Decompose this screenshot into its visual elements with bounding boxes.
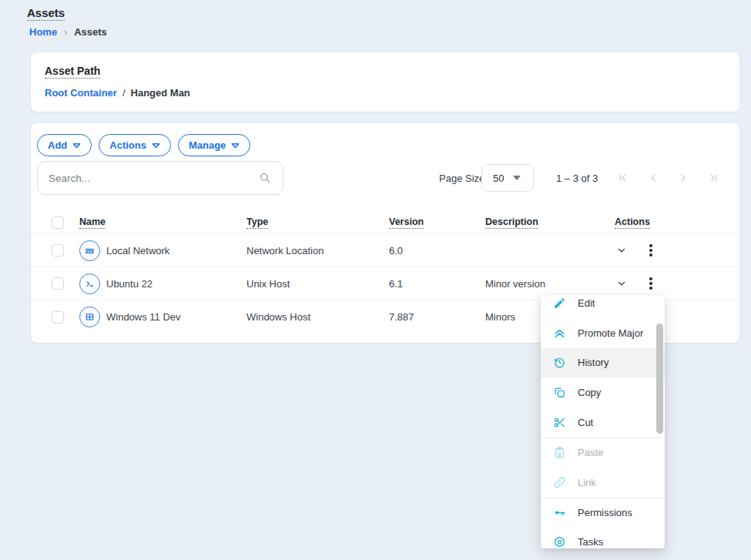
column-header-type[interactable]: Type — [246, 216, 268, 229]
row-checkbox[interactable] — [52, 277, 64, 290]
path-current-asset: Hanged Man — [131, 87, 190, 99]
breadcrumb-home-link[interactable]: Home — [29, 26, 57, 38]
windows-icon — [79, 307, 100, 327]
manage-button[interactable]: Manage — [178, 134, 250, 156]
add-button-label: Add — [48, 139, 67, 151]
asset-name: Ubuntu 22 — [106, 278, 153, 290]
page-size-value: 50 — [493, 173, 504, 184]
caret-down-icon — [513, 176, 521, 180]
asset-type: Unix Host — [246, 278, 389, 290]
root-container-link[interactable]: Root Container — [45, 87, 117, 99]
previous-page-button[interactable] — [643, 168, 663, 188]
clipboard-icon — [553, 446, 566, 459]
pencil-icon — [553, 297, 566, 310]
network-icon — [79, 240, 100, 261]
select-all-checkbox[interactable] — [52, 216, 64, 229]
page-size-select[interactable]: 50 — [481, 164, 534, 192]
breadcrumb-current: Assets — [74, 26, 107, 38]
row-checkbox[interactable] — [52, 311, 64, 324]
asset-name: Windows 11 Dev — [106, 311, 181, 323]
table-header-row: Name Type Version Description Actions — [31, 211, 739, 234]
menu-item-promote-major[interactable]: Promote Major — [541, 318, 665, 348]
asset-description: Minor version — [485, 278, 615, 290]
search-box — [37, 161, 283, 195]
row-checkbox[interactable] — [52, 244, 64, 257]
scissors-icon — [553, 416, 566, 429]
menu-item-copy[interactable]: Copy — [541, 377, 665, 407]
row-actions-kebab-icon[interactable] — [648, 243, 654, 258]
menu-item-permissions[interactable]: Permissions — [541, 498, 665, 528]
page-title: Assets — [27, 6, 65, 21]
chevron-down-icon — [72, 143, 81, 149]
first-page-button[interactable] — [613, 168, 633, 188]
toolbar: Add Actions Manage — [37, 134, 250, 156]
menu-item-cut[interactable]: Cut — [541, 407, 665, 438]
column-header-description[interactable]: Description — [485, 216, 538, 229]
column-header-version[interactable]: Version — [389, 216, 424, 229]
menu-item-history[interactable]: History — [541, 348, 665, 378]
menu-item-edit[interactable]: Edit — [541, 295, 665, 318]
breadcrumb-separator: › — [64, 27, 67, 38]
terminal-icon — [79, 273, 100, 294]
menu-item-tasks[interactable]: Tasks — [541, 527, 665, 548]
asset-version: 6.1 — [389, 278, 485, 290]
asset-path-title: Asset Path — [45, 65, 100, 79]
asset-version: 7.887 — [389, 311, 485, 323]
column-header-actions: Actions — [615, 216, 650, 229]
expand-row-chevron[interactable] — [616, 245, 627, 256]
copy-icon — [553, 386, 566, 399]
asset-name: Local Network — [106, 245, 169, 257]
menu-item-label: Paste — [578, 447, 603, 458]
menu-item-label: History — [578, 357, 609, 368]
menu-scrollbar-thumb[interactable] — [656, 324, 663, 434]
row-actions-kebab-icon[interactable] — [648, 276, 654, 291]
menu-item-label: Cut — [578, 417, 593, 428]
menu-item-label: Permissions — [578, 507, 632, 518]
pagination-controls — [613, 168, 723, 188]
menu-item-paste: Paste — [541, 438, 665, 468]
search-input[interactable] — [49, 173, 258, 184]
chevron-down-icon — [152, 143, 160, 149]
table-row[interactable]: Local Network Network Location 6.0 — [31, 234, 739, 267]
expand-row-chevron[interactable] — [616, 278, 627, 289]
last-page-button[interactable] — [703, 168, 723, 188]
menu-item-label: Copy — [578, 387, 601, 398]
link-icon — [553, 476, 566, 489]
row-actions-context-menu: Edit Promote Major History Copy Cut — [541, 295, 665, 548]
asset-path-card: Asset Path Root Container / Hanged Man — [31, 52, 739, 112]
asset-path: Root Container / Hanged Man — [45, 87, 726, 99]
next-page-button[interactable] — [673, 168, 693, 188]
breadcrumb: Home › Assets — [29, 26, 107, 38]
asset-type: Network Location — [246, 245, 389, 257]
asset-version: 6.0 — [389, 245, 485, 257]
pagination-range: 1 – 3 of 3 — [556, 173, 598, 184]
menu-item-label: Promote Major — [578, 327, 643, 339]
actions-button[interactable]: Actions — [99, 134, 171, 156]
menu-item-link: Link — [541, 468, 665, 498]
key-icon — [553, 506, 566, 519]
chevron-down-icon — [231, 143, 240, 149]
manage-button-label: Manage — [189, 139, 226, 151]
asset-type: Windows Host — [246, 311, 389, 323]
promote-icon — [553, 327, 566, 340]
menu-item-label: Edit — [578, 297, 595, 309]
actions-button-label: Actions — [109, 139, 146, 151]
search-icon — [258, 171, 272, 185]
history-icon — [553, 356, 566, 369]
path-separator: / — [122, 87, 126, 99]
menu-item-label: Tasks — [578, 536, 603, 548]
column-header-name[interactable]: Name — [79, 216, 106, 229]
tasks-icon — [553, 535, 566, 548]
add-button[interactable]: Add — [37, 134, 92, 156]
menu-item-label: Link — [578, 477, 596, 488]
page-size-label: Page Size — [439, 173, 484, 184]
